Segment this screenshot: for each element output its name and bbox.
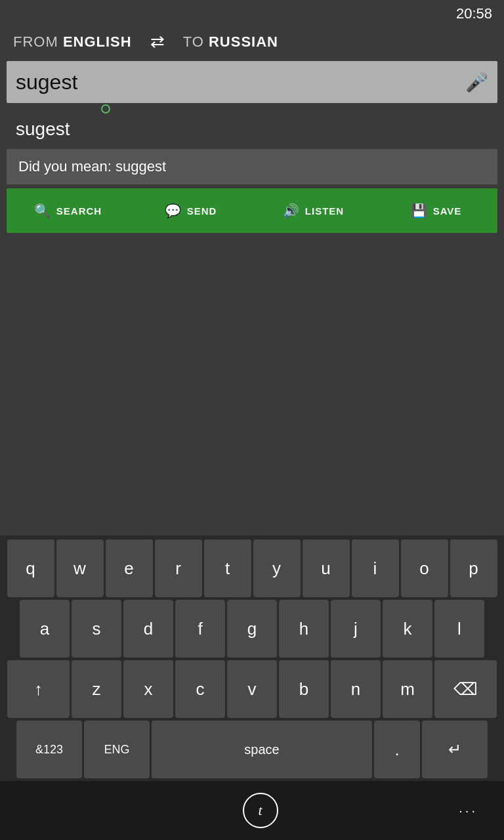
search-button[interactable]: 🔍 SEARCH [7,188,129,233]
key-space[interactable]: space [152,721,372,778]
key-e[interactable]: e [106,539,153,597]
listen-icon: 🔊 [283,203,300,219]
cursor-circle [101,104,110,114]
did-you-mean-prefix: Did you mean: [18,158,116,175]
key-u[interactable]: u [303,539,350,597]
did-you-mean-bar[interactable]: Did you mean: suggest [7,149,497,184]
key-n[interactable]: n [331,660,381,718]
bottom-nav: t ··· [0,781,504,840]
key-t[interactable]: t [204,539,251,597]
key-k[interactable]: k [383,600,432,658]
key-period[interactable]: . [374,721,420,778]
key-language[interactable]: ENG [84,721,150,778]
action-bar: 🔍 SEARCH 💬 SEND 🔊 LISTEN 💾 SAVE [7,188,497,233]
key-a[interactable]: a [20,600,70,658]
key-enter[interactable]: ↵ [422,721,488,778]
status-time: 20:58 [456,5,492,22]
key-b[interactable]: b [279,660,329,718]
status-bar: 20:58 [0,0,504,25]
send-icon: 💬 [165,203,182,219]
cursor-indicator [7,103,497,114]
key-v[interactable]: v [227,660,277,718]
app-logo[interactable]: t [243,793,278,828]
save-button[interactable]: 💾 SAVE [375,188,497,233]
search-input[interactable] [16,70,465,94]
more-options[interactable]: ··· [459,803,478,818]
send-button[interactable]: 💬 SEND [129,188,252,233]
key-r[interactable]: r [155,539,202,597]
key-d[interactable]: d [123,600,173,658]
key-w[interactable]: w [56,539,104,597]
to-language-label[interactable]: TO RUSSIAN [183,33,278,51]
save-icon: 💾 [411,203,428,219]
key-c[interactable]: c [175,660,225,718]
keyboard: q w e r t y u i o p a s d f g h j k l ↑ … [0,536,504,840]
keyboard-row-1: q w e r t y u i o p [0,539,504,597]
swap-languages-icon[interactable]: ⇄ [150,32,165,52]
key-l[interactable]: l [434,600,484,658]
key-backspace[interactable]: ⌫ [434,660,497,718]
search-icon: 🔍 [34,203,51,219]
key-o[interactable]: o [401,539,448,597]
key-m[interactable]: m [383,660,432,718]
search-container: 🎤 [7,61,497,103]
from-language-label[interactable]: FROM ENGLISH [13,33,132,51]
keyboard-row-2: a s d f g h j k l [0,600,504,658]
key-x[interactable]: x [123,660,173,718]
key-shift[interactable]: ↑ [7,660,70,718]
key-q[interactable]: q [7,539,54,597]
key-p[interactable]: p [450,539,497,597]
key-i[interactable]: i [352,539,399,597]
keyboard-row-3: ↑ z x c v b n m ⌫ [0,660,504,718]
keyboard-row-4: &123 ENG space . ↵ [0,721,504,778]
language-bar: FROM ENGLISH ⇄ TO RUSSIAN [0,25,504,61]
key-numbers[interactable]: &123 [16,721,82,778]
key-y[interactable]: y [253,539,301,597]
key-h[interactable]: h [279,600,329,658]
suggestion-word[interactable]: sugest [0,114,504,146]
listen-button[interactable]: 🔊 LISTEN [252,188,375,233]
key-f[interactable]: f [175,600,225,658]
key-s[interactable]: s [72,600,121,658]
did-you-mean-suggestion: suggest [116,158,166,175]
key-g[interactable]: g [227,600,277,658]
key-j[interactable]: j [331,600,381,658]
key-z[interactable]: z [72,660,121,718]
mic-icon[interactable]: 🎤 [465,72,488,93]
